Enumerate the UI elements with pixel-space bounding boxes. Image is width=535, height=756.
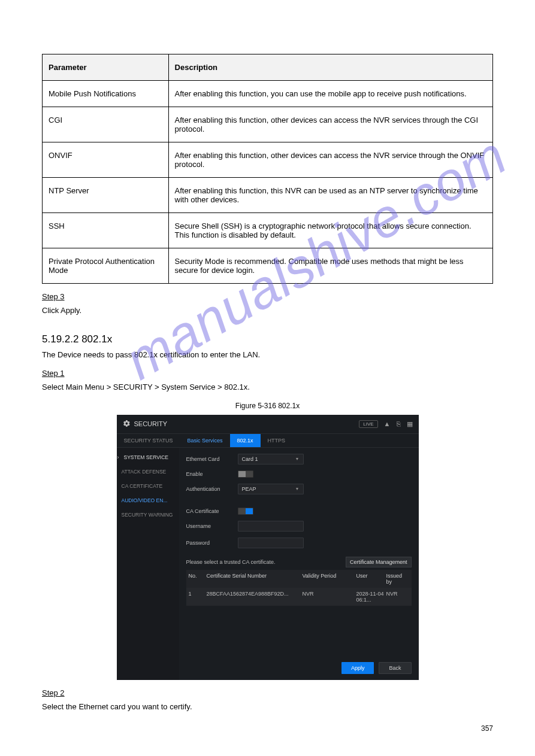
- footer-buttons: Apply Back: [341, 662, 412, 674]
- sidebar-item-system-service[interactable]: SYSTEM SERVICE: [117, 450, 179, 464]
- chevron-down-icon: ▼: [295, 487, 300, 491]
- panel-title-area: SECURITY: [123, 420, 168, 429]
- cell-desc: Security Mode is recommended. Compatible…: [168, 248, 492, 284]
- cell-serial: 28BCFAA1562874EA988BF92D...: [207, 591, 303, 603]
- ca-certificate-label: CA Certificate: [186, 508, 238, 514]
- tab-802-1x[interactable]: 802.1x: [230, 434, 261, 447]
- live-badge[interactable]: LIVE: [359, 420, 377, 428]
- enable-toggle[interactable]: [238, 470, 253, 478]
- apply-button[interactable]: Apply: [341, 662, 374, 674]
- user-icon[interactable]: ▲: [384, 420, 391, 427]
- table-row: NTP Server After enabling this function,…: [43, 178, 493, 213]
- cell-desc: After enabling this function, you can us…: [168, 81, 492, 107]
- cell-user: 2028-11-04 06:1...: [356, 591, 386, 603]
- row-enable: Enable: [186, 470, 412, 478]
- cell-desc: After enabling this function, this NVR c…: [168, 178, 492, 213]
- cert-table-row[interactable]: 1 28BCFAA1562874EA988BF92D... NVR 2028-1…: [186, 588, 412, 606]
- figure-caption: Figure 5-316 802.1x: [42, 402, 493, 410]
- security-panel: SECURITY LIVE ▲ ⎘ ▦ SECURITY STATUS Basi…: [117, 415, 419, 680]
- panel-body: SYSTEM SERVICE ATTACK DEFENSE CA CERTIFI…: [117, 448, 419, 680]
- page-container: Parameter Description Mobile Push Notifi…: [0, 0, 535, 756]
- cell-param: SSH: [43, 213, 169, 248]
- sidebar: SYSTEM SERVICE ATTACK DEFENSE CA CERTIFI…: [117, 448, 179, 680]
- authentication-select[interactable]: PEAP ▼: [238, 484, 304, 494]
- export-icon[interactable]: ⎘: [397, 420, 401, 427]
- hint-text: Please select a trusted CA certificate.: [186, 559, 276, 565]
- back-button[interactable]: Back: [379, 662, 411, 674]
- gear-icon: [123, 420, 131, 429]
- cell-param: ONVIF: [43, 142, 169, 178]
- cell-param: CGI: [43, 107, 169, 142]
- section-title: 5.19.2.2 802.1x: [42, 333, 493, 345]
- row-ca-certificate: CA Certificate: [186, 508, 412, 515]
- table-row: Mobile Push Notifications After enabling…: [43, 81, 493, 107]
- step1-body: Select Main Menu > SECURITY > System Ser…: [42, 381, 493, 393]
- cert-table-header: No. Certificate Serial Number Validity P…: [186, 570, 412, 588]
- step3-body: Click Apply.: [42, 305, 493, 317]
- ethernet-value: Card 1: [242, 456, 258, 462]
- step2-body: Select the Ethernet card you want to cer…: [42, 701, 493, 713]
- cell-desc: After enabling this function, other devi…: [168, 107, 492, 142]
- col-header-issued: Issued by: [386, 573, 409, 585]
- col-header-validity: Validity Period: [303, 573, 356, 585]
- row-authentication: Authentication PEAP ▼: [186, 484, 412, 494]
- row-password: Password: [186, 538, 412, 548]
- page-number: 357: [42, 724, 493, 733]
- username-input[interactable]: [238, 521, 304, 532]
- cell-validity: NVR: [303, 591, 356, 603]
- hint-row: Please select a trusted CA certificate. …: [186, 557, 412, 567]
- certificate-management-button[interactable]: Certificate Management: [346, 557, 412, 567]
- row-ethernet-card: Ethernet Card Card 1 ▼: [186, 454, 412, 464]
- table-row: ONVIF After enabling this function, othe…: [43, 142, 493, 178]
- tab-security-status[interactable]: SECURITY STATUS: [117, 434, 180, 447]
- sidebar-item-security-warning[interactable]: SECURITY WARNING: [117, 508, 179, 522]
- col-header-no: No.: [189, 573, 207, 585]
- ethernet-card-select[interactable]: Card 1 ▼: [238, 454, 304, 464]
- table-row: CGI After enabling this function, other …: [43, 107, 493, 142]
- ca-certificate-toggle[interactable]: [238, 508, 253, 515]
- ethernet-label: Ethernet Card: [186, 456, 238, 462]
- chevron-down-icon: ▼: [295, 457, 300, 461]
- username-label: Username: [186, 523, 238, 529]
- table-header-description: Description: [168, 54, 492, 81]
- sidebar-item-audio-video[interactable]: AUDIO/VIDEO EN...: [117, 493, 179, 508]
- table-row: SSH Secure Shell (SSH) is a cryptographi…: [43, 213, 493, 248]
- certificate-table: No. Certificate Serial Number Validity P…: [186, 570, 412, 606]
- step1-heading: Step 1: [42, 369, 65, 378]
- password-label: Password: [186, 540, 238, 546]
- cell-param: Mobile Push Notifications: [43, 81, 169, 107]
- enable-label: Enable: [186, 471, 238, 477]
- row-username: Username: [186, 521, 412, 532]
- sidebar-item-ca-certificate[interactable]: CA CERTIFICATE: [117, 479, 179, 493]
- cell-desc: Secure Shell (SSH) is a cryptographic ne…: [168, 213, 492, 248]
- authentication-label: Authentication: [186, 486, 238, 492]
- col-header-user: User: [356, 573, 386, 585]
- cell-desc: After enabling this function, other devi…: [168, 142, 492, 178]
- main-form-area: Ethernet Card Card 1 ▼ Enable Authentica…: [179, 448, 419, 680]
- password-input[interactable]: [238, 538, 304, 548]
- tab-https[interactable]: HTTPS: [261, 434, 293, 447]
- col-header-serial: Certificate Serial Number: [207, 573, 303, 585]
- parameter-table: Parameter Description Mobile Push Notifi…: [42, 54, 493, 284]
- tab-bar: SECURITY STATUS Basic Services 802.1x HT…: [117, 434, 419, 448]
- cell-no: 1: [189, 591, 207, 603]
- table-row: Private Protocol Authentication Mode Sec…: [43, 248, 493, 284]
- header-right-icons: LIVE ▲ ⎘ ▦: [359, 420, 412, 428]
- step3-heading: Step 3: [42, 292, 65, 301]
- cell-issued: NVR: [386, 591, 409, 603]
- cell-param: NTP Server: [43, 178, 169, 213]
- panel-title-text: SECURITY: [134, 420, 168, 427]
- sidebar-item-attack-defense[interactable]: ATTACK DEFENSE: [117, 464, 179, 479]
- tab-basic-services[interactable]: Basic Services: [180, 434, 230, 447]
- grid-icon[interactable]: ▦: [407, 420, 413, 428]
- cell-param: Private Protocol Authentication Mode: [43, 248, 169, 284]
- panel-header: SECURITY LIVE ▲ ⎘ ▦: [117, 415, 419, 434]
- table-header-parameter: Parameter: [43, 54, 169, 81]
- section-body: The Device needs to pass 802.1x certific…: [42, 349, 493, 361]
- authentication-value: PEAP: [242, 486, 256, 492]
- step2-heading: Step 2: [42, 688, 65, 697]
